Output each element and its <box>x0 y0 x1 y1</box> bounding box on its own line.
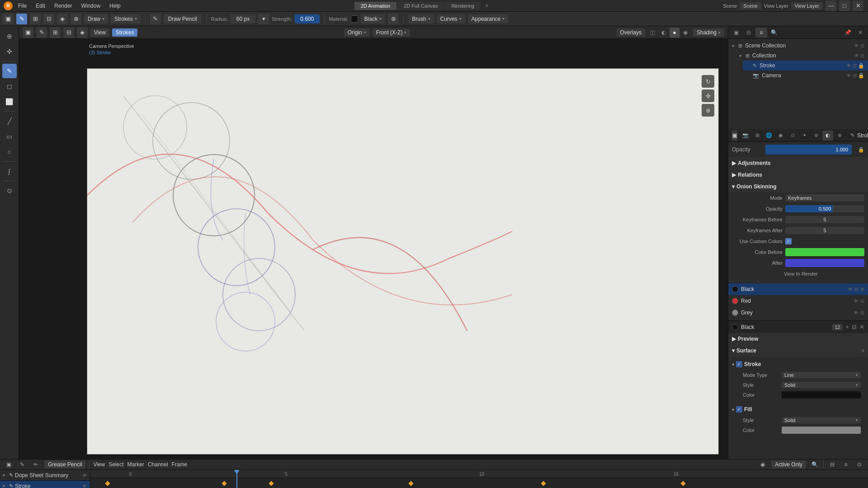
rpanel-tab-x[interactable]: ✕ <box>854 28 866 38</box>
fill-style-value[interactable]: Solid ▾ <box>782 417 861 423</box>
rpanel-tab-filter[interactable]: ⊟ <box>743 28 755 38</box>
filter-icon[interactable]: ⊟ <box>860 43 864 49</box>
link-icon[interactable]: ⊟ <box>43 14 54 24</box>
brush-icon[interactable]: ✎ <box>150 14 161 24</box>
prop-tab-particles[interactable]: ✦ <box>799 131 810 141</box>
prop-tab-object[interactable]: ⊙ <box>787 131 798 141</box>
kf-4[interactable] <box>409 481 414 486</box>
eye-icon4[interactable]: 👁 <box>846 73 851 79</box>
tl-settings-icon[interactable]: ⊙ <box>854 460 864 469</box>
rpanel-tab-pin[interactable]: 📌 <box>842 28 854 38</box>
entry-add-icon[interactable]: + <box>845 324 849 330</box>
line-tool[interactable]: ╱ <box>2 114 17 128</box>
rpanel-tab-view[interactable]: ▣ <box>730 28 742 38</box>
radius-expand-icon[interactable]: ▾ <box>258 14 269 24</box>
material-extras-icon[interactable]: ⊛ <box>388 14 399 24</box>
active-only-icon[interactable]: ◉ <box>758 460 768 469</box>
transform-icon[interactable]: ⊗ <box>71 14 81 24</box>
select-menu[interactable]: Select <box>108 461 123 468</box>
kf-6[interactable] <box>681 481 686 486</box>
front-view-dropdown[interactable]: Front (X-Z) <box>373 28 410 37</box>
viewport-tool4[interactable]: ⊟ <box>63 27 74 38</box>
gizmo-rotate[interactable]: ↻ <box>702 75 714 88</box>
radius-value[interactable]: 60 px <box>231 14 255 23</box>
stroke-color-swatch[interactable] <box>782 391 861 399</box>
color-before-swatch[interactable] <box>785 248 864 256</box>
scene-select[interactable]: Scene <box>740 2 761 9</box>
onion-mode-dropdown[interactable]: Keyframes <box>785 194 864 202</box>
draw-mode-icon[interactable]: ✎ <box>16 14 27 24</box>
eye-icon2[interactable]: 👁 <box>854 53 859 59</box>
menu-file[interactable]: File <box>14 2 30 10</box>
filter-icon3[interactable]: ⊟ <box>853 63 857 69</box>
curves-dropdown[interactable]: Curves <box>437 14 465 23</box>
menu-help[interactable]: Help <box>106 2 124 10</box>
stroke-checkbox[interactable]: ✓ <box>736 361 742 367</box>
onion-opacity-slider[interactable]: 0.500 <box>785 205 864 212</box>
window-maximize[interactable]: □ <box>839 0 850 11</box>
tab-2d-full-canvas[interactable]: 2D Full Canvas <box>397 2 444 10</box>
box-tool[interactable]: ▭ <box>2 129 17 144</box>
tl-stroke-header[interactable]: ▾ ✎ Stroke 👁 <box>0 481 90 488</box>
entry-copy-icon[interactable]: ⊟ <box>852 324 857 330</box>
right-scroll-area[interactable]: Mode Keyframes Opacity 0.500 Keyframes B… <box>728 192 868 459</box>
fill-tool[interactable]: ⬜ <box>2 94 17 109</box>
outline-stroke[interactable]: ✎ Stroke 👁 ⊟ 🔒 <box>743 61 868 70</box>
brush-dropdown[interactable]: Brush <box>408 14 434 23</box>
view-menu[interactable]: View <box>93 461 105 468</box>
kf-1[interactable] <box>105 481 110 486</box>
opacity-slider[interactable]: 1.000 <box>765 145 852 155</box>
rpanel-tab-outliner[interactable]: ≡ <box>755 28 767 38</box>
tab-2d-animation[interactable]: 2D Animation <box>354 2 396 10</box>
window-close[interactable]: ✕ <box>853 0 863 11</box>
entry-del-icon[interactable]: ✕ <box>859 324 864 330</box>
erase-tool[interactable]: ◻ <box>2 79 17 94</box>
menu-window[interactable]: Window <box>77 2 104 10</box>
prop-tab-world[interactable]: ◉ <box>775 131 786 141</box>
viewport-menu-icon[interactable]: ▣ <box>23 27 33 38</box>
rendered-shade[interactable]: ◉ <box>680 28 690 38</box>
eye-icon3[interactable]: 👁 <box>846 63 851 69</box>
material-color-swatch[interactable] <box>351 15 358 23</box>
window-minimize[interactable]: — <box>826 0 836 11</box>
prop-view-icon[interactable]: ▣ <box>732 130 737 141</box>
material-grey[interactable]: Grey 👁 ⊟ <box>728 307 868 319</box>
cam-icon[interactable]: 🔒 <box>858 73 864 79</box>
prop-tab-constraints[interactable]: ⊗ <box>834 131 845 141</box>
preview-header[interactable]: ▶ Preview <box>728 333 868 345</box>
appearance-dropdown[interactable]: Appearance <box>468 14 509 23</box>
brush-name-button[interactable]: Draw Pencil <box>164 14 202 23</box>
dope-sheet-header[interactable]: ▾ ✎ Dope Sheet Summary 👁 <box>0 470 90 481</box>
prop-tab-material[interactable]: ◐ <box>822 131 833 141</box>
active-only-dropdown[interactable]: Active Only <box>771 460 806 469</box>
kf-5[interactable] <box>541 481 546 486</box>
outline-scene-collection[interactable]: ▾ ⊞ Scene Collection 👁 ⊟ <box>728 41 868 51</box>
view-layer-select[interactable]: View Layer <box>791 2 823 9</box>
tab-rendering[interactable]: Rendering <box>445 2 481 10</box>
marker-menu[interactable]: Marker <box>127 461 144 468</box>
gizmo-zoom[interactable]: ⊕ <box>702 104 714 117</box>
view-in-render-label[interactable]: View In Render <box>737 271 864 277</box>
eye-mat[interactable]: 👁 <box>848 286 853 292</box>
view-button[interactable]: View <box>90 28 109 37</box>
viewport-tool3[interactable]: ⊞ <box>50 27 61 38</box>
solid-shade[interactable]: ◐ <box>659 28 669 38</box>
kf-2[interactable] <box>222 481 227 486</box>
onion-kf-after-value[interactable]: 5 <box>785 227 864 234</box>
grid-icon[interactable]: ⊞ <box>30 14 41 24</box>
viewport-tool5[interactable]: ◈ <box>77 27 88 38</box>
tl-search-icon[interactable]: 🔍 <box>810 460 820 469</box>
adjustments-header[interactable]: ▶ Adjustments <box>728 157 868 169</box>
filter-grey[interactable]: ⊟ <box>860 310 864 316</box>
channel-menu[interactable]: Channel <box>148 461 168 468</box>
canvas-background[interactable] <box>87 68 719 455</box>
filter-mat[interactable]: ⊟ <box>854 286 859 292</box>
origin-icon[interactable]: ◈ <box>57 14 68 24</box>
mode-type-value[interactable]: Line ▾ <box>782 372 861 378</box>
prop-tab-physics[interactable]: ⊛ <box>811 131 821 141</box>
prop-tab-scene[interactable]: 🌐 <box>764 131 774 141</box>
dope-eye[interactable]: 👁 <box>82 473 87 478</box>
color-after-swatch[interactable] <box>785 259 864 267</box>
relations-header[interactable]: ▶ Relations <box>728 169 868 181</box>
shading-dropdown[interactable]: Shading <box>693 28 724 37</box>
